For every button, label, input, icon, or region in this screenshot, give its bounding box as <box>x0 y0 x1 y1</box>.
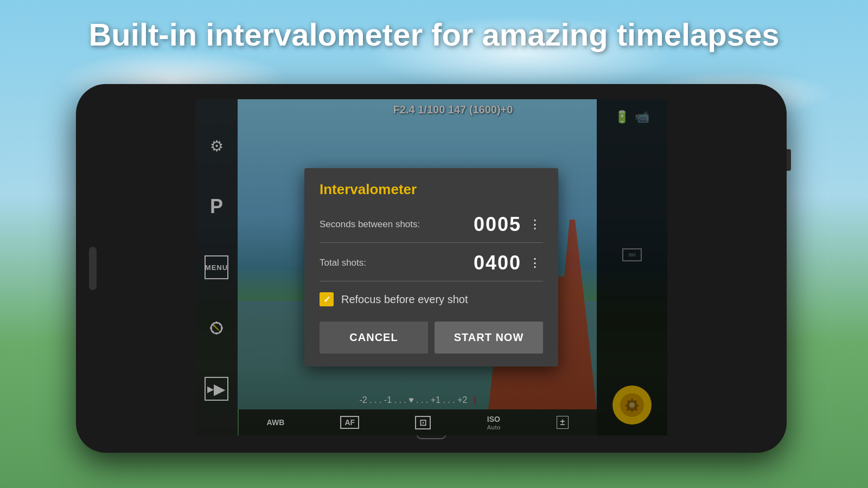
total-shots-menu-dots[interactable]: ⋮ <box>527 254 543 272</box>
seconds-label: Seconds between shots: <box>320 219 420 230</box>
seconds-menu-dots[interactable]: ⋮ <box>527 215 543 234</box>
seconds-value[interactable]: 0005 <box>456 213 521 236</box>
refocus-label: Refocus before every shot <box>341 293 468 306</box>
refocus-checkbox[interactable]: ✓ <box>320 292 334 306</box>
seconds-row: Seconds between shots: 0005 ⋮ <box>320 213 543 243</box>
cancel-button[interactable]: CANCEL <box>320 322 428 354</box>
dialog-title: Intervalometer <box>320 181 543 198</box>
start-now-button[interactable]: START NOW <box>435 322 543 354</box>
phone-frame: ⚙ P MENU ▶ F2.4 1/100 147 (1600)+0 🔋 � <box>76 84 787 453</box>
refocus-row: ✓ Refocus before every shot <box>320 292 543 306</box>
total-shots-label: Total shots: <box>320 258 366 268</box>
phone-screen: ⚙ P MENU ▶ F2.4 1/100 147 (1600)+0 🔋 � <box>195 99 667 435</box>
total-shots-value-area: 0400 ⋮ <box>456 252 543 274</box>
total-shots-value[interactable]: 0400 <box>456 252 521 274</box>
seconds-value-area: 0005 ⋮ <box>456 213 543 236</box>
intervalometer-dialog: Intervalometer Seconds between shots: 00… <box>304 168 558 367</box>
phone-power-button <box>787 149 791 171</box>
page-headline: Built-in intervalometer for amazing time… <box>0 16 868 53</box>
dialog-overlay: Intervalometer Seconds between shots: 00… <box>195 99 667 435</box>
total-shots-row: Total shots: 0400 ⋮ <box>320 252 543 281</box>
phone-speaker <box>89 247 97 290</box>
dialog-buttons: CANCEL START NOW <box>320 322 543 354</box>
